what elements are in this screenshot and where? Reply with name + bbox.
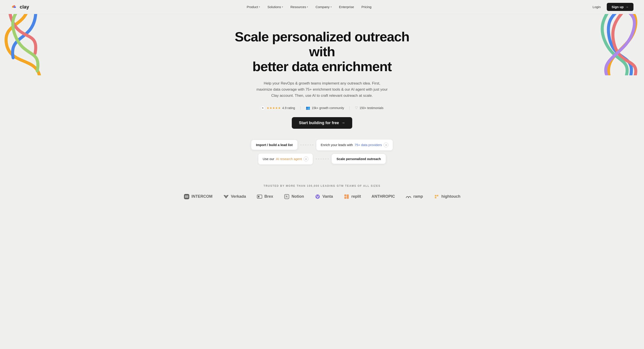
logo[interactable]: clay bbox=[10, 3, 29, 11]
brand-vanta: Vanta bbox=[314, 194, 333, 200]
star-rating: ★★★★★ bbox=[266, 106, 281, 110]
brand-hightouch: hightouch bbox=[434, 194, 460, 200]
plus-icon-2: + bbox=[304, 157, 308, 161]
community-text: 15k+ growth community bbox=[312, 106, 344, 110]
rating-item: G ★★★★★ 4.9 rating bbox=[261, 106, 295, 110]
svg-rect-18 bbox=[347, 194, 349, 199]
nav-actions: Login Sign up → bbox=[589, 3, 634, 11]
brex-icon bbox=[256, 194, 263, 200]
nav-pricing[interactable]: Pricing bbox=[358, 3, 374, 10]
svg-rect-7 bbox=[185, 195, 186, 198]
chevron-down-icon: ▾ bbox=[282, 6, 283, 8]
pill-prefix-2: Use our bbox=[263, 157, 274, 161]
right-rope-decoration bbox=[587, 14, 644, 75]
svg-rect-12 bbox=[258, 196, 259, 198]
nav-enterprise[interactable]: Enterprise bbox=[336, 3, 357, 10]
arrow-right-icon: → bbox=[341, 121, 345, 125]
left-rope-decoration bbox=[0, 14, 48, 75]
svg-rect-19 bbox=[435, 195, 436, 196]
svg-point-15 bbox=[316, 194, 320, 199]
chevron-down-icon: ▾ bbox=[307, 6, 308, 8]
svg-rect-10 bbox=[188, 195, 188, 198]
trusted-label: TRUSTED BY MORE THAN 100,000 LEADING GTM… bbox=[10, 184, 634, 187]
nav-links: Product ▾ Solutions ▾ Resources ▾ Compan… bbox=[244, 3, 374, 10]
chevron-down-icon: ▾ bbox=[259, 6, 260, 8]
verkada-icon bbox=[223, 194, 229, 200]
replit-icon bbox=[344, 194, 350, 200]
svg-rect-6 bbox=[184, 194, 189, 199]
workflow-enrich-pill[interactable]: Enrich your leads with 75+ data provider… bbox=[316, 139, 393, 151]
brand-anthropic: ANTHROPIC bbox=[372, 194, 395, 199]
plus-icon: + bbox=[384, 143, 388, 147]
brand-replit: replit bbox=[344, 194, 361, 200]
trusted-section: TRUSTED BY MORE THAN 100,000 LEADING GTM… bbox=[0, 173, 644, 206]
svg-rect-11 bbox=[257, 195, 262, 198]
vanta-icon bbox=[314, 194, 321, 200]
testimonials-item: ♡ 150+ testimonials bbox=[355, 106, 383, 110]
connector-1 bbox=[300, 145, 314, 145]
pill-link-providers[interactable]: 75+ data providers bbox=[355, 143, 382, 147]
cta-button[interactable]: Start building for free → bbox=[292, 117, 352, 129]
workflow-ai-pill[interactable]: Use our AI research agent + bbox=[258, 153, 313, 165]
svg-text:N: N bbox=[286, 195, 288, 198]
svg-rect-8 bbox=[186, 195, 186, 198]
brand-verkada: Verkada bbox=[223, 194, 246, 200]
community-icon: 👥 bbox=[306, 106, 310, 110]
hero-section: Scale personalized outreach with better … bbox=[0, 14, 644, 173]
hightouch-icon bbox=[434, 194, 440, 200]
login-button[interactable]: Login bbox=[589, 3, 604, 10]
chevron-down-icon: ▾ bbox=[330, 6, 332, 8]
intercom-icon bbox=[184, 194, 190, 200]
workflow-right-pill[interactable]: Scale personalized outreach bbox=[332, 154, 386, 164]
brand-ramp: ramp bbox=[406, 194, 423, 200]
notion-icon: N bbox=[284, 194, 290, 200]
workflow-row: Import / build a lead list Enrich your l… bbox=[224, 139, 420, 165]
nav-company[interactable]: Company ▾ bbox=[312, 3, 334, 10]
ramp-icon bbox=[406, 194, 412, 200]
testimonials-text: 150+ testimonials bbox=[360, 106, 383, 110]
logo-text: clay bbox=[20, 4, 29, 10]
svg-rect-17 bbox=[344, 197, 346, 199]
signup-button[interactable]: Sign up → bbox=[607, 3, 634, 11]
nav-solutions[interactable]: Solutions ▾ bbox=[264, 3, 286, 10]
hero-headline: Scale personalized outreach with better … bbox=[232, 29, 412, 74]
svg-rect-9 bbox=[187, 195, 187, 198]
pill-link-ai[interactable]: AI research agent bbox=[276, 157, 302, 161]
heart-icon: ♡ bbox=[355, 106, 358, 110]
social-proof: G ★★★★★ 4.9 rating 👥 15k+ growth communi… bbox=[261, 106, 384, 110]
logos-row: INTERCOM Verkada Brex N Notion Vanta bbox=[10, 194, 634, 200]
arrow-right-icon: → bbox=[626, 5, 629, 9]
brand-notion: N Notion bbox=[284, 194, 304, 200]
community-item: 👥 15k+ growth community bbox=[306, 106, 344, 110]
brand-intercom: INTERCOM bbox=[184, 194, 212, 200]
hero-subtext: Help your RevOps & growth teams implemen… bbox=[256, 80, 388, 99]
svg-rect-20 bbox=[437, 195, 438, 196]
pill-prefix-1: Enrich your leads with bbox=[321, 143, 353, 147]
connector-2 bbox=[316, 159, 329, 159]
navbar: clay Product ▾ Solutions ▾ Resources ▾ C… bbox=[0, 0, 644, 14]
svg-rect-16 bbox=[344, 194, 346, 196]
rating-text: 4.9 rating bbox=[282, 106, 295, 110]
g2-icon: G bbox=[261, 106, 265, 110]
svg-rect-21 bbox=[435, 197, 436, 198]
brand-brex: Brex bbox=[256, 194, 273, 200]
workflow-left-pill[interactable]: Import / build a lead list bbox=[251, 140, 298, 150]
nav-product[interactable]: Product ▾ bbox=[244, 3, 263, 10]
separator bbox=[300, 106, 300, 110]
nav-resources[interactable]: Resources ▾ bbox=[288, 3, 311, 10]
